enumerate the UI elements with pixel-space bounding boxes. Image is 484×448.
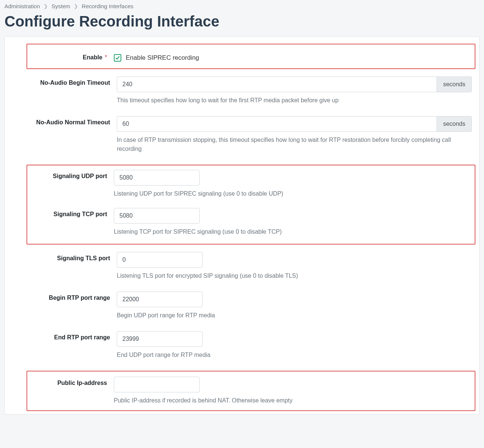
label-enable: Enable * [27, 51, 114, 61]
page-title: Configure Recording Interface [4, 13, 480, 30]
chevron-right-icon: ❯ [74, 3, 78, 9]
help-begin-rtp: Begin UDP port range for RTP media [117, 311, 472, 320]
help-public-ip: Public IP-address if recorded is behind … [114, 396, 473, 405]
sig-tls-input[interactable] [117, 252, 203, 268]
highlight-enable: Enable * Enable SIPREC recording [26, 44, 475, 69]
breadcrumb-link-recording-interfaces[interactable]: Recording Interfaces [82, 3, 133, 9]
sig-udp-input[interactable] [114, 170, 200, 186]
public-ip-input[interactable] [114, 377, 200, 392]
label-sig-tls: Signaling TLS port [9, 252, 117, 262]
check-icon [115, 55, 120, 60]
highlight-signaling: Signaling UDP port Listening UDP port fo… [26, 165, 475, 245]
no-audio-normal-input[interactable] [117, 116, 437, 132]
help-sig-tls: Listening TLS port for encrypted SIP sig… [117, 271, 472, 280]
highlight-public-ip: Public Ip-address Public IP-address if r… [26, 371, 475, 411]
begin-rtp-input[interactable] [117, 292, 203, 307]
label-no-audio-normal: No-Audio Normal Timeout [9, 116, 117, 126]
help-no-audio-normal: In case of RTP transmission stopping, th… [117, 136, 472, 153]
label-no-audio-begin: No-Audio Begin Timeout [9, 77, 117, 86]
chevron-right-icon: ❯ [44, 3, 48, 9]
help-no-audio-begin: This timeout specifies how long to wait … [117, 96, 472, 105]
addon-seconds: seconds [437, 116, 472, 132]
help-sig-udp: Listening UDP port for SIPREC signaling … [114, 189, 473, 198]
addon-seconds: seconds [437, 77, 472, 92]
sig-tcp-input[interactable] [114, 208, 200, 224]
label-sig-tcp: Signaling TCP port [27, 208, 114, 218]
label-sig-udp: Signaling UDP port [27, 170, 114, 180]
end-rtp-input[interactable] [117, 331, 203, 347]
help-sig-tcp: Listening TCP port for SIPREC signaling … [114, 227, 473, 236]
enable-checkbox[interactable] [114, 54, 121, 62]
no-audio-begin-input[interactable] [117, 77, 437, 92]
label-begin-rtp: Begin RTP port range [9, 292, 117, 301]
enable-checkbox-label: Enable SIPREC recording [126, 54, 199, 62]
required-asterisk: * [103, 54, 107, 60]
label-end-rtp: End RTP port range [9, 331, 117, 341]
breadcrumb: Administration ❯ System ❯ Recording Inte… [4, 0, 480, 11]
config-panel: Enable * Enable SIPREC recording No-Audi… [4, 37, 480, 414]
breadcrumb-link-system[interactable]: System [51, 3, 70, 9]
label-public-ip: Public Ip-address [27, 377, 114, 386]
help-end-rtp: End UDP port range for RTP media [117, 351, 472, 360]
breadcrumb-link-administration[interactable]: Administration [4, 3, 40, 9]
